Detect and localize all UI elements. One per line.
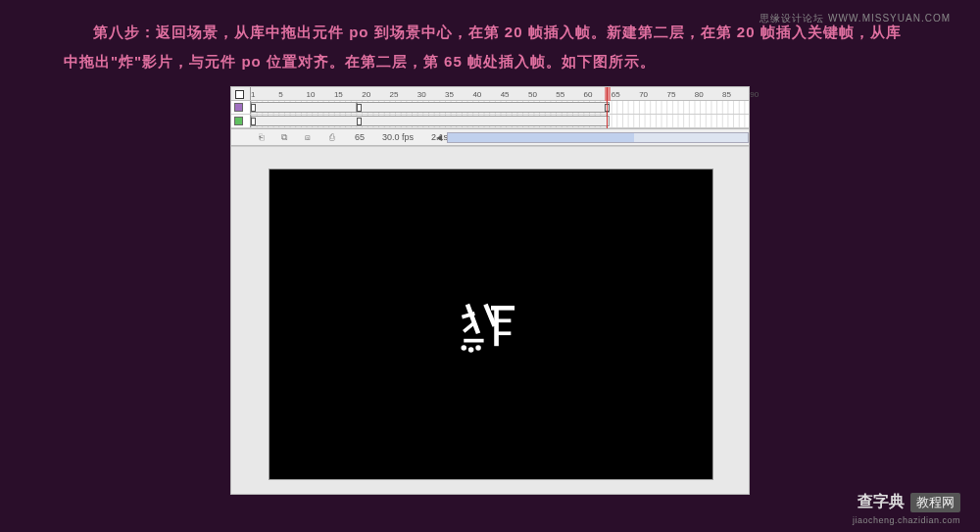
keyframe-icon[interactable] [251,118,256,125]
stage-symbol-zha[interactable] [455,288,527,361]
tick: 55 [556,90,583,99]
tick: 50 [528,90,556,99]
layer-gutter [231,101,251,114]
watermark-url: jiaocheng.chazidian.com [853,515,960,525]
tick: 45 [501,90,528,99]
flash-editor-panel: 1 5 10 15 20 25 30 35 40 45 50 55 60 65 … [230,86,750,495]
tick: 1 [251,90,278,99]
layer-frames[interactable] [251,101,749,114]
stage-canvas[interactable] [269,169,713,480]
timeline-body: 1 5 10 15 20 25 30 35 40 45 50 55 60 65 … [231,87,749,128]
svg-point-6 [476,346,480,350]
tick: 10 [307,90,334,99]
frame-span[interactable] [251,102,357,113]
playhead-icon[interactable] [605,87,611,101]
onion-skin-outlines-icon[interactable]: ⧇ [302,131,314,143]
frame-span[interactable] [357,102,610,113]
tick: 80 [695,90,722,99]
scrollbar-thumb[interactable] [448,133,634,142]
ruler-ticks: 1 5 10 15 20 25 30 35 40 45 50 55 60 65 … [251,87,778,100]
ruler-gutter [231,87,251,100]
playhead-line [607,87,608,128]
rewind-icon[interactable]: ⎗ [255,131,267,143]
layer-color-icon [234,103,243,112]
tick: 15 [334,90,362,99]
workspace [231,147,749,494]
onion-skin-icon[interactable]: ⧉ [278,131,290,143]
tick: 40 [472,90,500,99]
watermark-title: 查字典 [858,493,905,509]
watermark-bottom: 查字典 教程网 jiaocheng.chazidian.com [853,492,960,526]
tick: 75 [666,90,694,99]
layer-color-icon [234,117,243,125]
layer-gutter [231,115,251,127]
svg-point-4 [462,346,466,350]
svg-line-2 [464,322,474,331]
edit-multiple-frames-icon[interactable]: ⎙ [325,131,337,143]
current-frame-value: 65 [355,132,365,142]
tick: 90 [750,90,777,99]
keyframe-icon[interactable] [357,104,362,112]
tick: 35 [445,90,472,99]
watermark-top: 思缘设计论坛 WWW.MISSYUAN.COM [760,12,951,25]
timeline-panel: 1 5 10 15 20 25 30 35 40 45 50 55 60 65 … [231,87,749,147]
tick: 5 [278,90,306,99]
timeline-layer-1[interactable] [231,115,749,128]
tick: 65 [612,90,639,99]
tick: 30 [417,90,445,99]
tick: 25 [389,90,416,99]
horizontal-scrollbar[interactable] [447,132,749,143]
tick: 70 [639,90,666,99]
tick: 85 [722,90,750,99]
timeline-ruler[interactable]: 1 5 10 15 20 25 30 35 40 45 50 55 60 65 … [231,87,749,101]
fps-value: 30.0 fps [382,132,414,142]
timeline-status-bar: ⎗ ⧉ ⧇ ⎙ 65 30.0 fps 2.1s [231,128,749,146]
tick: 20 [362,90,389,99]
keyframe-icon[interactable] [357,118,362,125]
watermark-badge: 教程网 [910,493,960,512]
frame-span[interactable] [251,116,610,126]
keyframe-icon[interactable] [251,104,256,112]
svg-point-5 [469,348,473,352]
timeline-layer-2[interactable] [231,101,749,115]
layer-frames[interactable] [251,115,749,127]
